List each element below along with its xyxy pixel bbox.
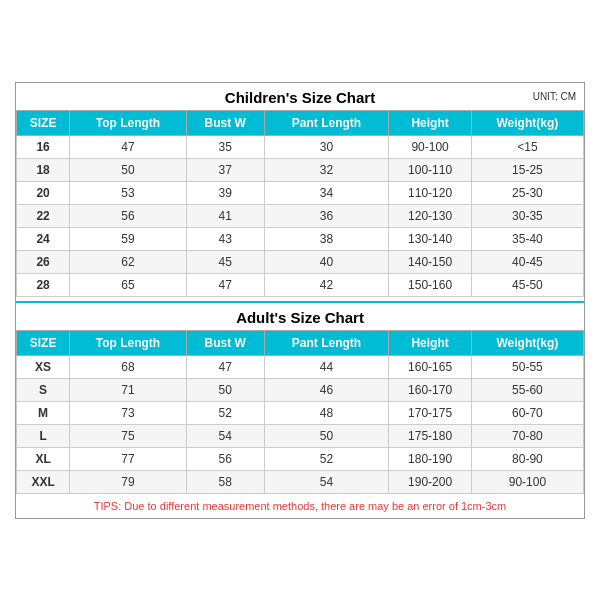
children-col-height: Height	[389, 110, 471, 135]
table-cell: 25-30	[471, 181, 583, 204]
children-table: SIZE Top Length Bust W Pant Length Heigh…	[16, 110, 584, 297]
adult-col-size: SIZE	[17, 330, 70, 355]
table-cell: 30	[264, 135, 389, 158]
table-cell: 32	[264, 158, 389, 181]
table-cell: 140-150	[389, 250, 471, 273]
table-cell: 15-25	[471, 158, 583, 181]
table-row: 1647353090-100<15	[17, 135, 584, 158]
table-cell: S	[17, 378, 70, 401]
table-cell: 160-170	[389, 378, 471, 401]
table-row: L755450175-18070-80	[17, 424, 584, 447]
adult-table: SIZE Top Length Bust W Pant Length Heigh…	[16, 330, 584, 494]
table-cell: 56	[186, 447, 264, 470]
table-cell: 50	[264, 424, 389, 447]
table-cell: 44	[264, 355, 389, 378]
table-cell: 120-130	[389, 204, 471, 227]
table-cell: 75	[70, 424, 187, 447]
table-cell: XXL	[17, 470, 70, 493]
size-chart-container: Children's Size Chart UNIT: CM SIZE Top …	[15, 82, 585, 519]
table-row: 28654742150-16045-50	[17, 273, 584, 296]
table-row: XS684744160-16550-55	[17, 355, 584, 378]
table-cell: 18	[17, 158, 70, 181]
table-cell: 37	[186, 158, 264, 181]
table-cell: 150-160	[389, 273, 471, 296]
table-cell: 175-180	[389, 424, 471, 447]
table-cell: 40	[264, 250, 389, 273]
table-row: M735248170-17560-70	[17, 401, 584, 424]
adult-col-bust: Bust W	[186, 330, 264, 355]
table-cell: 68	[70, 355, 187, 378]
table-cell: 90-100	[471, 470, 583, 493]
table-cell: 100-110	[389, 158, 471, 181]
table-cell: 54	[186, 424, 264, 447]
adult-col-pant-length: Pant Length	[264, 330, 389, 355]
table-cell: 50	[70, 158, 187, 181]
table-cell: 52	[264, 447, 389, 470]
table-cell: 50	[186, 378, 264, 401]
table-cell: 40-45	[471, 250, 583, 273]
table-cell: 45	[186, 250, 264, 273]
table-cell: 34	[264, 181, 389, 204]
children-col-pant-length: Pant Length	[264, 110, 389, 135]
table-cell: 20	[17, 181, 70, 204]
adult-section-title: Adult's Size Chart	[16, 301, 584, 330]
table-cell: XS	[17, 355, 70, 378]
table-cell: 42	[264, 273, 389, 296]
children-header-row: SIZE Top Length Bust W Pant Length Heigh…	[17, 110, 584, 135]
children-title-text: Children's Size Chart	[225, 89, 375, 106]
table-cell: 38	[264, 227, 389, 250]
table-cell: M	[17, 401, 70, 424]
table-row: 24594338130-14035-40	[17, 227, 584, 250]
table-cell: 73	[70, 401, 187, 424]
adult-col-weight: Weight(kg)	[471, 330, 583, 355]
table-cell: 58	[186, 470, 264, 493]
adult-col-height: Height	[389, 330, 471, 355]
table-row: S715046160-17055-60	[17, 378, 584, 401]
table-cell: 45-50	[471, 273, 583, 296]
table-cell: 28	[17, 273, 70, 296]
table-cell: 36	[264, 204, 389, 227]
table-row: 22564136120-13030-35	[17, 204, 584, 227]
table-cell: 16	[17, 135, 70, 158]
table-cell: <15	[471, 135, 583, 158]
table-cell: 26	[17, 250, 70, 273]
table-cell: 41	[186, 204, 264, 227]
table-cell: 190-200	[389, 470, 471, 493]
table-cell: L	[17, 424, 70, 447]
table-row: XL775652180-19080-90	[17, 447, 584, 470]
table-cell: 56	[70, 204, 187, 227]
table-cell: 50-55	[471, 355, 583, 378]
children-col-size: SIZE	[17, 110, 70, 135]
table-cell: 130-140	[389, 227, 471, 250]
table-row: 20533934110-12025-30	[17, 181, 584, 204]
table-cell: 65	[70, 273, 187, 296]
table-cell: 71	[70, 378, 187, 401]
table-cell: 77	[70, 447, 187, 470]
table-cell: 35-40	[471, 227, 583, 250]
adult-header-row: SIZE Top Length Bust W Pant Length Heigh…	[17, 330, 584, 355]
unit-label: UNIT: CM	[533, 91, 576, 102]
table-cell: 160-165	[389, 355, 471, 378]
adult-title-text: Adult's Size Chart	[236, 309, 364, 326]
table-cell: 35	[186, 135, 264, 158]
table-cell: XL	[17, 447, 70, 470]
table-cell: 30-35	[471, 204, 583, 227]
table-cell: 39	[186, 181, 264, 204]
table-cell: 59	[70, 227, 187, 250]
children-col-weight: Weight(kg)	[471, 110, 583, 135]
table-row: 26624540140-15040-45	[17, 250, 584, 273]
table-cell: 24	[17, 227, 70, 250]
table-cell: 48	[264, 401, 389, 424]
table-cell: 80-90	[471, 447, 583, 470]
table-cell: 60-70	[471, 401, 583, 424]
table-cell: 90-100	[389, 135, 471, 158]
children-table-body: 1647353090-100<1518503732100-11015-25205…	[17, 135, 584, 296]
children-col-bust: Bust W	[186, 110, 264, 135]
table-cell: 110-120	[389, 181, 471, 204]
children-col-top-length: Top Length	[70, 110, 187, 135]
table-cell: 53	[70, 181, 187, 204]
table-cell: 52	[186, 401, 264, 424]
table-cell: 180-190	[389, 447, 471, 470]
table-cell: 62	[70, 250, 187, 273]
table-cell: 70-80	[471, 424, 583, 447]
